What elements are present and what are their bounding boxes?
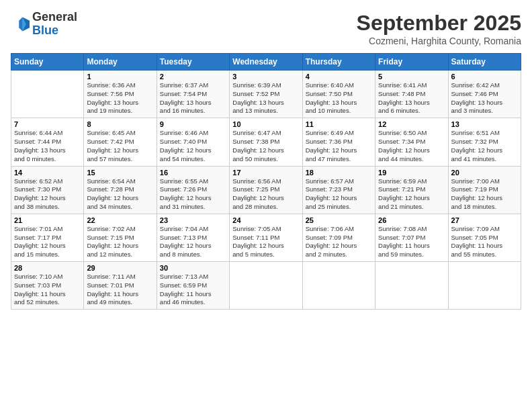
calendar-cell: 22Sunrise: 7:02 AMSunset: 7:15 PMDayligh… bbox=[84, 214, 157, 261]
day-number: 26 bbox=[378, 216, 445, 224]
calendar-cell: 25Sunrise: 7:06 AMSunset: 7:09 PMDayligh… bbox=[302, 214, 375, 261]
day-info: Sunrise: 6:36 AMSunset: 7:56 PMDaylight:… bbox=[87, 81, 153, 116]
day-info: Sunrise: 6:44 AMSunset: 7:44 PMDaylight:… bbox=[14, 129, 81, 163]
calendar-cell: 9Sunrise: 6:46 AMSunset: 7:40 PMDaylight… bbox=[157, 118, 229, 166]
day-number: 17 bbox=[232, 169, 299, 177]
calendar-cell: 8Sunrise: 6:45 AMSunset: 7:42 PMDaylight… bbox=[84, 118, 157, 166]
day-number: 30 bbox=[160, 264, 226, 272]
day-info: Sunrise: 7:05 AMSunset: 7:11 PMDaylight:… bbox=[232, 225, 299, 259]
day-info: Sunrise: 6:46 AMSunset: 7:40 PMDaylight:… bbox=[160, 129, 226, 163]
calendar-cell: 18Sunrise: 6:57 AMSunset: 7:23 PMDayligh… bbox=[302, 166, 375, 214]
day-info: Sunrise: 6:47 AMSunset: 7:38 PMDaylight:… bbox=[232, 129, 299, 163]
header-monday: Monday bbox=[84, 54, 157, 71]
day-info: Sunrise: 7:08 AMSunset: 7:07 PMDaylight:… bbox=[378, 225, 445, 259]
day-number: 19 bbox=[378, 169, 445, 177]
calendar-cell: 21Sunrise: 7:01 AMSunset: 7:17 PMDayligh… bbox=[11, 214, 84, 261]
day-info: Sunrise: 6:51 AMSunset: 7:32 PMDaylight:… bbox=[451, 129, 518, 163]
day-number: 22 bbox=[87, 216, 153, 224]
day-info: Sunrise: 6:42 AMSunset: 7:46 PMDaylight:… bbox=[451, 81, 518, 116]
day-info: Sunrise: 7:11 AMSunset: 7:01 PMDaylight:… bbox=[87, 273, 153, 307]
calendar-cell: 26Sunrise: 7:08 AMSunset: 7:07 PMDayligh… bbox=[375, 214, 448, 261]
calendar-cell bbox=[375, 262, 448, 310]
calendar-cell: 27Sunrise: 7:09 AMSunset: 7:05 PMDayligh… bbox=[448, 214, 521, 261]
day-info: Sunrise: 6:57 AMSunset: 7:23 PMDaylight:… bbox=[306, 177, 372, 212]
calendar-cell: 16Sunrise: 6:55 AMSunset: 7:26 PMDayligh… bbox=[157, 166, 229, 214]
calendar-cell: 10Sunrise: 6:47 AMSunset: 7:38 PMDayligh… bbox=[230, 118, 302, 166]
calendar-cell: 6Sunrise: 6:42 AMSunset: 7:46 PMDaylight… bbox=[448, 71, 521, 118]
day-number: 5 bbox=[378, 73, 445, 81]
day-number: 2 bbox=[160, 73, 226, 81]
day-number: 27 bbox=[451, 216, 518, 224]
day-number: 8 bbox=[87, 120, 153, 128]
day-info: Sunrise: 6:54 AMSunset: 7:28 PMDaylight:… bbox=[87, 177, 153, 212]
header-saturday: Saturday bbox=[448, 54, 521, 71]
day-info: Sunrise: 7:02 AMSunset: 7:15 PMDaylight:… bbox=[87, 225, 153, 259]
day-info: Sunrise: 7:01 AMSunset: 7:17 PMDaylight:… bbox=[14, 225, 81, 259]
day-number: 21 bbox=[14, 216, 81, 224]
weekday-header-row: Sunday Monday Tuesday Wednesday Thursday… bbox=[11, 54, 521, 71]
header-friday: Friday bbox=[375, 54, 448, 71]
day-number: 29 bbox=[87, 264, 153, 272]
week-row-5: 28Sunrise: 7:10 AMSunset: 7:03 PMDayligh… bbox=[11, 262, 521, 310]
day-info: Sunrise: 6:49 AMSunset: 7:36 PMDaylight:… bbox=[306, 129, 372, 163]
day-number: 11 bbox=[306, 120, 372, 128]
calendar-cell: 3Sunrise: 6:39 AMSunset: 7:52 PMDaylight… bbox=[230, 71, 302, 118]
svg-marker-2 bbox=[19, 17, 22, 31]
day-number: 15 bbox=[87, 169, 153, 177]
calendar-cell bbox=[230, 262, 302, 310]
calendar-cell: 4Sunrise: 6:40 AMSunset: 7:50 PMDaylight… bbox=[302, 71, 375, 118]
day-number: 16 bbox=[160, 169, 226, 177]
day-info: Sunrise: 7:04 AMSunset: 7:13 PMDaylight:… bbox=[160, 225, 226, 259]
day-info: Sunrise: 6:37 AMSunset: 7:54 PMDaylight:… bbox=[160, 81, 226, 116]
logo-text: General Blue bbox=[32, 11, 77, 38]
calendar-cell bbox=[302, 262, 375, 310]
day-number: 4 bbox=[306, 73, 372, 81]
calendar-cell: 13Sunrise: 6:51 AMSunset: 7:32 PMDayligh… bbox=[448, 118, 521, 166]
day-number: 25 bbox=[306, 216, 372, 224]
day-number: 6 bbox=[451, 73, 518, 81]
calendar-cell: 11Sunrise: 6:49 AMSunset: 7:36 PMDayligh… bbox=[302, 118, 375, 166]
day-info: Sunrise: 6:40 AMSunset: 7:50 PMDaylight:… bbox=[306, 81, 372, 116]
day-number: 13 bbox=[451, 120, 518, 128]
calendar-table: Sunday Monday Tuesday Wednesday Thursday… bbox=[11, 53, 521, 310]
calendar-cell: 5Sunrise: 6:41 AMSunset: 7:48 PMDaylight… bbox=[375, 71, 448, 118]
calendar-cell: 14Sunrise: 6:52 AMSunset: 7:30 PMDayligh… bbox=[11, 166, 84, 214]
day-info: Sunrise: 6:55 AMSunset: 7:26 PMDaylight:… bbox=[160, 177, 226, 212]
subtitle: Cozmeni, Harghita County, Romania bbox=[357, 36, 521, 46]
day-info: Sunrise: 7:10 AMSunset: 7:03 PMDaylight:… bbox=[14, 273, 81, 307]
day-info: Sunrise: 6:52 AMSunset: 7:30 PMDaylight:… bbox=[14, 177, 81, 212]
day-info: Sunrise: 6:59 AMSunset: 7:21 PMDaylight:… bbox=[378, 177, 445, 212]
logo: General Blue bbox=[11, 11, 77, 38]
day-number: 1 bbox=[87, 73, 153, 81]
calendar-cell: 7Sunrise: 6:44 AMSunset: 7:44 PMDaylight… bbox=[11, 118, 84, 166]
day-number: 10 bbox=[232, 120, 299, 128]
day-number: 9 bbox=[160, 120, 226, 128]
day-info: Sunrise: 6:39 AMSunset: 7:52 PMDaylight:… bbox=[232, 81, 299, 116]
week-row-1: 1Sunrise: 6:36 AMSunset: 7:56 PMDaylight… bbox=[11, 71, 521, 118]
day-number: 20 bbox=[451, 169, 518, 177]
day-info: Sunrise: 6:50 AMSunset: 7:34 PMDaylight:… bbox=[378, 129, 445, 163]
day-number: 7 bbox=[14, 120, 81, 128]
calendar-cell: 12Sunrise: 6:50 AMSunset: 7:34 PMDayligh… bbox=[375, 118, 448, 166]
day-number: 18 bbox=[306, 169, 372, 177]
week-row-2: 7Sunrise: 6:44 AMSunset: 7:44 PMDaylight… bbox=[11, 118, 521, 166]
day-info: Sunrise: 6:45 AMSunset: 7:42 PMDaylight:… bbox=[87, 129, 153, 163]
calendar-cell: 29Sunrise: 7:11 AMSunset: 7:01 PMDayligh… bbox=[84, 262, 157, 310]
day-info: Sunrise: 7:06 AMSunset: 7:09 PMDaylight:… bbox=[306, 225, 372, 259]
week-row-4: 21Sunrise: 7:01 AMSunset: 7:17 PMDayligh… bbox=[11, 214, 521, 261]
calendar-cell: 19Sunrise: 6:59 AMSunset: 7:21 PMDayligh… bbox=[375, 166, 448, 214]
header-wednesday: Wednesday bbox=[230, 54, 302, 71]
calendar-cell: 2Sunrise: 6:37 AMSunset: 7:54 PMDaylight… bbox=[157, 71, 229, 118]
calendar-cell: 1Sunrise: 6:36 AMSunset: 7:56 PMDaylight… bbox=[84, 71, 157, 118]
header: General Blue September 2025 Cozmeni, Har… bbox=[11, 11, 521, 46]
day-info: Sunrise: 6:41 AMSunset: 7:48 PMDaylight:… bbox=[378, 81, 445, 116]
calendar-cell: 15Sunrise: 6:54 AMSunset: 7:28 PMDayligh… bbox=[84, 166, 157, 214]
day-number: 14 bbox=[14, 169, 81, 177]
week-row-3: 14Sunrise: 6:52 AMSunset: 7:30 PMDayligh… bbox=[11, 166, 521, 214]
page: General Blue September 2025 Cozmeni, Har… bbox=[0, 0, 532, 411]
calendar-cell: 30Sunrise: 7:13 AMSunset: 6:59 PMDayligh… bbox=[157, 262, 229, 310]
day-info: Sunrise: 7:00 AMSunset: 7:19 PMDaylight:… bbox=[451, 177, 518, 212]
day-info: Sunrise: 7:09 AMSunset: 7:05 PMDaylight:… bbox=[451, 225, 518, 259]
day-number: 28 bbox=[14, 264, 81, 272]
header-sunday: Sunday bbox=[11, 54, 84, 71]
